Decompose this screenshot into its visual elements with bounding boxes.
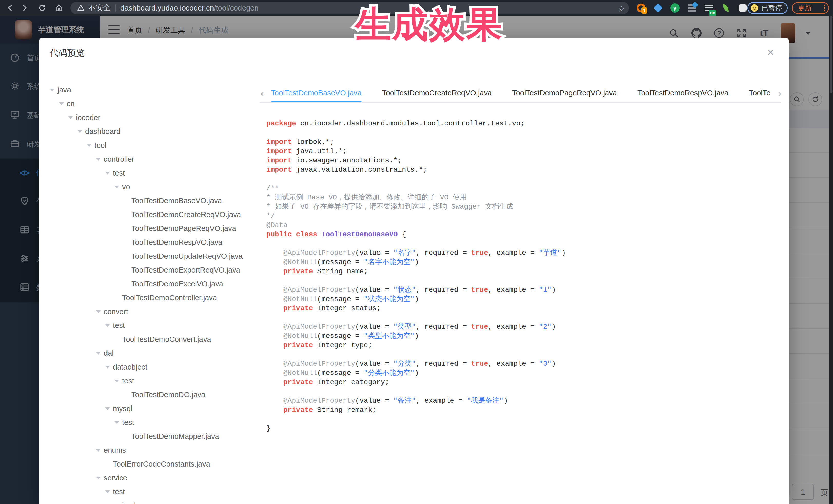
update-button[interactable]: 更新	[792, 2, 829, 14]
tree-file[interactable]: ToolTestDemoController.java	[50, 291, 255, 305]
tree-node-label: ToolTestDemoPageReqVO.java	[132, 224, 236, 233]
code-line: }	[266, 424, 777, 433]
tree-folder[interactable]: dal	[50, 346, 255, 360]
tree-folder[interactable]: test	[50, 485, 255, 499]
tree-folder[interactable]: test	[50, 166, 255, 180]
extension-leaf-icon[interactable]	[721, 3, 731, 13]
caret-down-icon[interactable]	[105, 172, 113, 174]
tree-node-label: test	[113, 487, 125, 496]
extension-puzzle-icon[interactable]	[738, 3, 748, 13]
tree-folder[interactable]: service	[50, 471, 255, 485]
tabs-scroll-left-icon[interactable]: ‹	[261, 88, 264, 98]
caret-down-icon[interactable]	[96, 352, 104, 355]
tree-file[interactable]: ToolErrorCodeConstants.java	[50, 457, 255, 471]
tree-folder[interactable]: mysql	[50, 402, 255, 415]
tree-folder[interactable]: iocoder	[50, 111, 255, 124]
caret-down-icon[interactable]	[59, 102, 67, 105]
caret-down-icon[interactable]	[77, 130, 85, 133]
extension-on-badge: on	[709, 10, 716, 16]
tree-file[interactable]: ToolTestDemoExportReqVO.java	[50, 263, 255, 277]
scrollbar-thumb[interactable]	[830, 16, 832, 93]
tree-file[interactable]: ToolTestDemoPageReqVO.java	[50, 221, 255, 235]
tree-folder[interactable]: test	[50, 318, 255, 332]
tree-file[interactable]: ToolTestDemoMapper.java	[50, 429, 255, 443]
tree-folder[interactable]: cn	[50, 97, 255, 111]
file-tab[interactable]: ToolTe	[749, 85, 770, 103]
caret-down-icon[interactable]	[96, 158, 104, 161]
tree-node-label: ToolErrorCodeConstants.java	[113, 460, 210, 468]
code-line: * 测试示例 Base VO，提供给添加、修改、详细的子 VO 使用	[266, 193, 777, 202]
url-path[interactable]: /tool/codegen	[214, 4, 258, 12]
caret-down-icon[interactable]	[105, 366, 113, 368]
caret-down-icon[interactable]	[96, 310, 104, 313]
tree-file[interactable]: ToolTestDemoExcelVO.java	[50, 277, 255, 291]
tree-node-label: ToolTestDemoExportReqVO.java	[132, 266, 240, 274]
urlbar-divider	[115, 4, 116, 11]
tree-folder[interactable]: convert	[50, 305, 255, 318]
code-line: @NotNull(message = "状态不能为空")	[266, 295, 777, 304]
caret-down-icon[interactable]	[105, 324, 113, 327]
extension-green-circle-icon[interactable]: y	[670, 3, 680, 13]
file-tab[interactable]: ToolTestDemoPageReqVO.java	[512, 85, 617, 103]
caret-down-icon[interactable]	[115, 421, 122, 424]
caret-down-icon[interactable]	[96, 477, 104, 479]
tree-file[interactable]: ToolTestDemoConvert.java	[50, 332, 255, 346]
tree-folder[interactable]: dataobject	[50, 360, 255, 374]
code-line: private Integer status;	[266, 304, 777, 313]
tree-folder[interactable]: vo	[50, 180, 255, 194]
not-secure-warning-icon	[77, 4, 85, 12]
extension-orange-icon[interactable]: 1	[636, 3, 646, 13]
tree-file[interactable]: ToolTestDemoUpdateReqVO.java	[50, 249, 255, 263]
caret-down-icon[interactable]	[68, 116, 76, 119]
code-line: package cn.iocoder.dashboard.modules.too…	[266, 119, 777, 128]
tree-node-label: ToolTestDemoBaseVO.java	[132, 197, 222, 205]
caret-down-icon[interactable]	[115, 186, 122, 188]
code-line: public class ToolTestDemoBaseVO {	[266, 230, 777, 239]
home-icon[interactable]	[53, 2, 65, 14]
tree-folder[interactable]: impl	[50, 499, 255, 504]
close-icon[interactable]: ×	[767, 46, 774, 58]
tree-node-label: test	[122, 377, 134, 385]
file-tabs: ‹ ToolTestDemoBaseVO.javaToolTestDemoCre…	[260, 85, 781, 103]
tree-folder[interactable]: enums	[50, 443, 255, 457]
tree-folder[interactable]: java	[50, 83, 255, 97]
tree-folder[interactable]: tool	[50, 138, 255, 152]
caret-down-icon[interactable]	[115, 380, 122, 382]
extension-grid-icon[interactable]	[687, 3, 697, 13]
tree-folder[interactable]: test	[50, 374, 255, 388]
caret-down-icon[interactable]	[105, 407, 113, 410]
back-icon[interactable]	[5, 2, 16, 14]
chrome-menu-icon[interactable]	[824, 5, 825, 11]
tree-file[interactable]: ToolTestDemoRespVO.java	[50, 235, 255, 249]
tree-folder[interactable]: controller	[50, 152, 255, 166]
caret-down-icon[interactable]	[105, 490, 113, 493]
extension-gem-icon[interactable]	[653, 3, 663, 13]
file-tab[interactable]: ToolTestDemoCreateReqVO.java	[382, 85, 492, 103]
url-domain[interactable]: dashboard.yudao.iocoder.cn	[120, 4, 214, 12]
tree-folder[interactable]: test	[50, 415, 255, 429]
extension-list-icon[interactable]: on	[704, 3, 714, 13]
tree-file[interactable]: ToolTestDemoCreateReqVO.java	[50, 208, 255, 221]
file-tab[interactable]: ToolTestDemoRespVO.java	[638, 85, 729, 103]
code-line: import javax.validation.constraints.*;	[266, 165, 777, 174]
page-scrollbar[interactable]	[829, 16, 833, 504]
tree-folder[interactable]: dashboard	[50, 124, 255, 138]
tabs-divider	[260, 102, 781, 103]
address-bar[interactable]: 不安全 dashboard.yudao.iocoder.cn /tool/cod…	[70, 2, 629, 14]
tree-node-label: ToolTestDemoRespVO.java	[132, 238, 222, 247]
bookmark-star-icon[interactable]: ☆	[618, 4, 625, 13]
paused-extension-pill[interactable]: 已暂停	[747, 2, 788, 14]
tree-file[interactable]: ToolTestDemoDO.java	[50, 388, 255, 402]
tree-file[interactable]: ToolTestDemoBaseVO.java	[50, 194, 255, 208]
code-line	[266, 415, 777, 424]
reload-icon[interactable]	[37, 2, 48, 14]
caret-down-icon[interactable]	[87, 144, 94, 147]
code-line	[266, 276, 777, 285]
caret-down-icon[interactable]	[96, 449, 104, 452]
file-tab[interactable]: ToolTestDemoBaseVO.java	[271, 85, 362, 103]
caret-down-icon[interactable]	[50, 89, 57, 91]
security-label[interactable]: 不安全	[88, 3, 111, 13]
forward-icon[interactable]	[19, 2, 30, 14]
tabs-scroll-right-icon[interactable]: ›	[778, 88, 781, 98]
tree-node-label: test	[113, 321, 125, 330]
